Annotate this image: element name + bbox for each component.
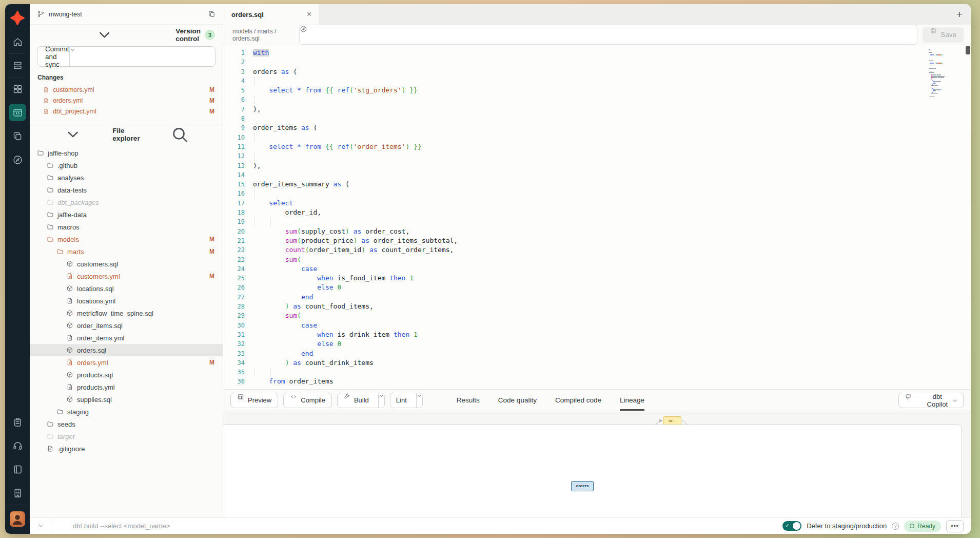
expand-command-bar-button[interactable] <box>30 518 52 534</box>
build-button[interactable]: Build <box>338 393 375 408</box>
new-tab-button[interactable]: + <box>948 4 971 25</box>
save-button[interactable]: Save <box>923 27 964 43</box>
file-icon <box>66 383 73 391</box>
project-selector[interactable]: mwong-test <box>30 4 223 25</box>
code-icon <box>290 393 297 408</box>
code-line: 16 <box>223 189 971 198</box>
dbt-copilot-button[interactable]: dbt Copilot <box>898 393 964 408</box>
line-number: 21 <box>223 236 253 245</box>
cube-icon <box>66 260 73 267</box>
help-icon[interactable]: ? <box>892 523 899 530</box>
nav-item-support[interactable] <box>5 434 30 457</box>
tree-item-orders-sql[interactable]: orders.sql <box>30 344 223 356</box>
line-number: 32 <box>223 339 253 349</box>
tab-results[interactable]: Results <box>457 390 480 411</box>
line-number: 25 <box>223 274 253 283</box>
user-avatar[interactable] <box>10 511 25 527</box>
refresh-button[interactable] <box>223 425 962 517</box>
nav-item-environments[interactable] <box>5 53 30 77</box>
tree-item-label: order_items.sql <box>77 322 123 330</box>
tree-item-order-items-yml[interactable]: order_items.yml <box>30 332 223 344</box>
change-item[interactable]: dbt_project.ymlM <box>30 106 223 117</box>
folder-icon <box>47 236 54 243</box>
nav-item-windows[interactable] <box>5 124 30 148</box>
change-item[interactable]: customers.ymlM <box>30 84 223 95</box>
code-line: 27 end <box>223 293 971 302</box>
build-options-dropdown[interactable] <box>378 393 384 408</box>
scrollbar-thumb[interactable] <box>966 46 970 54</box>
lint-button[interactable]: Lint <box>390 393 413 408</box>
nav-item-docs[interactable] <box>5 457 30 481</box>
nav-rail-top <box>5 30 30 171</box>
tree-item-products-yml[interactable]: products.yml <box>30 381 223 393</box>
tree-item-locations-yml[interactable]: locations.yml <box>30 295 223 307</box>
nav-item-develop[interactable] <box>5 101 30 124</box>
tree-item-customers-yml[interactable]: customers.ymlM <box>30 270 223 282</box>
tree-item--gitignore[interactable]: .gitignore <box>30 443 223 455</box>
tree-item-models[interactable]: modelsM <box>30 233 223 245</box>
tree-item-locations-sql[interactable]: locations.sql <box>30 282 223 295</box>
search-icon[interactable] <box>144 124 215 145</box>
tree-item--github[interactable]: .github <box>30 159 223 171</box>
tree-item-seeds[interactable]: seeds <box>30 418 223 430</box>
tree-item-products-sql[interactable]: products.sql <box>30 369 223 381</box>
chevron-down-icon <box>951 397 957 403</box>
lineage-node-y1[interactable]: or... <box>663 416 681 425</box>
defer-toggle[interactable]: ✓ <box>782 521 801 531</box>
tree-item-staging[interactable]: staging <box>30 406 223 418</box>
tree-item-supplies-sql[interactable]: supplies.sql <box>30 393 223 406</box>
nav-item-home[interactable] <box>5 30 30 53</box>
code-line: 1with <box>223 48 971 57</box>
cube-icon <box>66 310 73 317</box>
command-input[interactable]: dbt build --select <model_name> <box>52 522 782 530</box>
lint-options-dropdown[interactable] <box>416 393 422 408</box>
tree-item-label: orders.sql <box>77 347 106 354</box>
compile-button[interactable]: Compile <box>283 393 332 408</box>
tree-item-analyses[interactable]: analyses <box>30 171 223 184</box>
tree-item-orders-yml[interactable]: orders.ymlM <box>30 356 223 369</box>
minimap[interactable] <box>929 49 963 97</box>
tree-item-macros[interactable]: macros <box>30 221 223 233</box>
tree-item-dbt-packages[interactable]: dbt_packages <box>30 196 223 208</box>
app-window: mwong-test Version control 3 Commit and … <box>5 4 971 534</box>
grid-icon <box>12 84 23 94</box>
tree-item-jaffle-data[interactable]: jaffle-data <box>30 208 223 221</box>
tab-lineage[interactable]: Lineage <box>620 390 644 411</box>
tree-item-target[interactable]: target <box>30 430 223 443</box>
line-number: 35 <box>223 368 253 377</box>
commit-and-sync-button[interactable]: Commit and sync <box>37 46 215 67</box>
tree-item-data-tests[interactable]: data-tests <box>30 184 223 196</box>
tab-code-quality[interactable]: Code quality <box>498 390 537 411</box>
code-editor[interactable]: 1with23orders as (45 select * from {{ re… <box>223 45 971 389</box>
close-icon[interactable]: × <box>307 10 311 18</box>
dbt-logo[interactable] <box>9 9 26 27</box>
pages-icon[interactable] <box>208 10 215 18</box>
tree-item-metricflow-time-spine-sql[interactable]: metricflow_time_spine.sql <box>30 307 223 319</box>
tree-item-customers-sql[interactable]: customers.sql <box>30 258 223 270</box>
file-explorer-header[interactable]: File explorer <box>30 124 223 145</box>
change-item[interactable]: orders.ymlM <box>30 95 223 106</box>
nav-item-tasks[interactable] <box>5 410 30 434</box>
book-icon <box>12 464 23 475</box>
nav-item-dashboard[interactable] <box>5 77 30 101</box>
tree-item-jaffle-shop[interactable]: jaffle-shop <box>30 147 223 159</box>
scrollbar[interactable] <box>965 45 971 389</box>
folder-icon <box>37 149 44 157</box>
commit-options-dropdown[interactable] <box>69 47 215 66</box>
more-options-button[interactable]: ••• <box>946 520 964 532</box>
docs-compass-button[interactable] <box>299 25 918 45</box>
tab-orders-sql[interactable]: orders.sql × <box>223 4 319 25</box>
lineage-node-orders[interactable]: orders <box>571 481 594 491</box>
line-number: 14 <box>223 170 253 180</box>
lineage-panel[interactable]: ecom...stg_o...stg_...stg_...stg_...orde… <box>223 411 971 517</box>
nav-item-organization[interactable] <box>5 481 30 505</box>
folder-icon <box>47 420 54 428</box>
tab-compiled-code[interactable]: Compiled code <box>555 390 601 411</box>
tree-item-order-items-sql[interactable]: order_items.sql <box>30 319 223 332</box>
nav-item-orchestration[interactable] <box>5 148 30 171</box>
branch-icon <box>37 10 45 18</box>
version-control-header[interactable]: Version control 3 <box>30 25 223 45</box>
preview-button[interactable]: Preview <box>230 393 278 408</box>
tree-item-marts[interactable]: martsM <box>30 245 223 258</box>
tree-item-label: .gitignore <box>57 445 85 453</box>
